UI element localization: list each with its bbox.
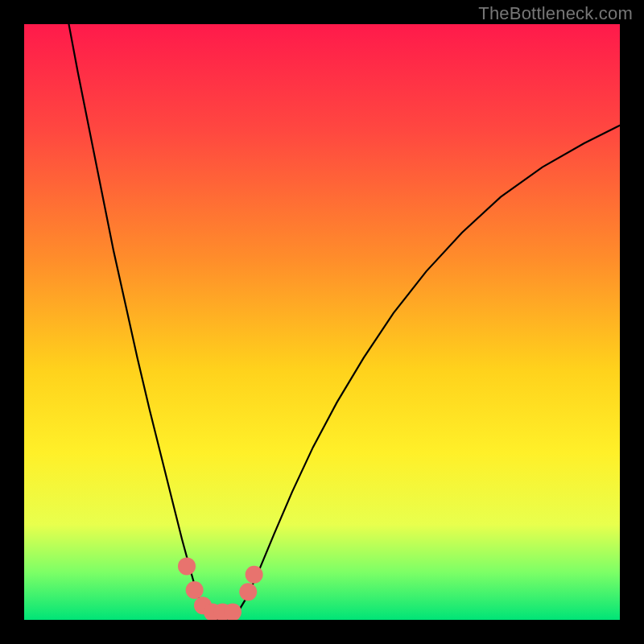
bottleneck-curve-chart [24, 24, 620, 620]
plot-area [24, 24, 620, 620]
highlight-dots-point [246, 566, 263, 584]
chart-frame: TheBottleneck.com [0, 0, 644, 644]
highlight-dots-point [239, 583, 257, 601]
highlight-dots-point [186, 581, 204, 599]
highlight-dots-point [178, 557, 196, 575]
gradient-background [24, 24, 620, 620]
attribution-text: TheBottleneck.com [478, 3, 633, 24]
